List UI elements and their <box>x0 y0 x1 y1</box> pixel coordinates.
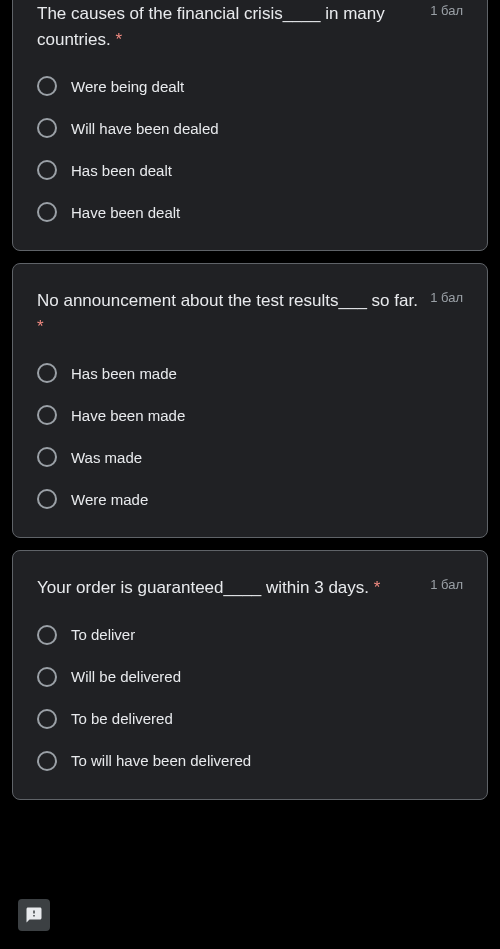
radio-icon <box>37 751 57 771</box>
radio-icon <box>37 625 57 645</box>
question-card: No announcement about the test results__… <box>12 263 488 538</box>
feedback-icon <box>25 906 43 924</box>
option-label: Has been made <box>71 365 177 382</box>
question-text: No announcement about the test results__… <box>37 288 418 339</box>
radio-option[interactable]: Have been dealt <box>37 202 463 222</box>
radio-option[interactable]: Was made <box>37 447 463 467</box>
radio-icon <box>37 405 57 425</box>
option-label: Were being dealt <box>71 78 184 95</box>
option-label: Have been dealt <box>71 204 180 221</box>
option-label: Have been made <box>71 407 185 424</box>
options-group: To deliver Will be delivered To be deliv… <box>37 625 463 771</box>
radio-option[interactable]: Will have been dealed <box>37 118 463 138</box>
radio-icon <box>37 202 57 222</box>
option-label: To will have been delivered <box>71 752 251 769</box>
required-asterisk: * <box>374 578 381 597</box>
option-label: Was made <box>71 449 142 466</box>
radio-option[interactable]: Has been dealt <box>37 160 463 180</box>
question-prompt: The causes of the financial crisis____ i… <box>37 4 385 49</box>
option-label: Has been dealt <box>71 162 172 179</box>
radio-icon <box>37 709 57 729</box>
radio-option[interactable]: To will have been delivered <box>37 751 463 771</box>
radio-icon <box>37 489 57 509</box>
radio-icon <box>37 118 57 138</box>
radio-option[interactable]: To deliver <box>37 625 463 645</box>
option-label: To deliver <box>71 626 135 643</box>
radio-icon <box>37 160 57 180</box>
option-label: Were made <box>71 491 148 508</box>
points-label: 1 бал <box>430 288 463 305</box>
option-label: To be delivered <box>71 710 173 727</box>
radio-icon <box>37 447 57 467</box>
question-text: Your order is guaranteed____ within 3 da… <box>37 575 418 601</box>
question-card: The causes of the financial crisis____ i… <box>12 0 488 251</box>
question-header: No announcement about the test results__… <box>37 288 463 339</box>
question-header: The causes of the financial crisis____ i… <box>37 1 463 52</box>
required-asterisk: * <box>37 317 44 336</box>
radio-option[interactable]: Has been made <box>37 363 463 383</box>
form-container: The causes of the financial crisis____ i… <box>0 0 500 800</box>
options-group: Has been made Have been made Was made We… <box>37 363 463 509</box>
question-card: Your order is guaranteed____ within 3 da… <box>12 550 488 800</box>
radio-option[interactable]: To be delivered <box>37 709 463 729</box>
options-group: Were being dealt Will have been dealed H… <box>37 76 463 222</box>
question-text: The causes of the financial crisis____ i… <box>37 1 418 52</box>
radio-option[interactable]: Were made <box>37 489 463 509</box>
question-header: Your order is guaranteed____ within 3 da… <box>37 575 463 601</box>
question-prompt: No announcement about the test results__… <box>37 291 418 310</box>
radio-option[interactable]: Were being dealt <box>37 76 463 96</box>
radio-option[interactable]: Have been made <box>37 405 463 425</box>
radio-icon <box>37 363 57 383</box>
option-label: Will have been dealed <box>71 120 219 137</box>
radio-icon <box>37 76 57 96</box>
radio-icon <box>37 667 57 687</box>
points-label: 1 бал <box>430 1 463 18</box>
feedback-button[interactable] <box>18 899 50 931</box>
points-label: 1 бал <box>430 575 463 592</box>
option-label: Will be delivered <box>71 668 181 685</box>
radio-option[interactable]: Will be delivered <box>37 667 463 687</box>
question-prompt: Your order is guaranteed____ within 3 da… <box>37 578 369 597</box>
required-asterisk: * <box>115 30 122 49</box>
